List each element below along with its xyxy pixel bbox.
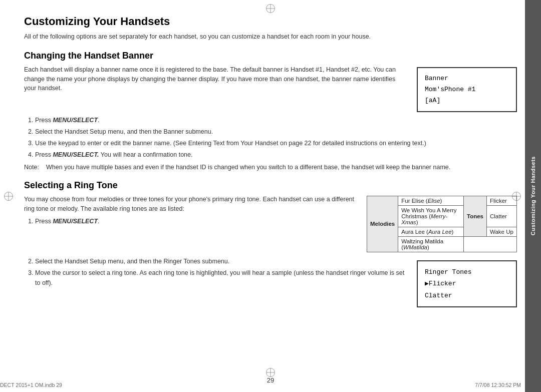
ringer-line2: ▶Flicker — [425, 278, 509, 289]
bottom-steps: Select the Handset Setup menu, and then … — [24, 256, 407, 291]
bottom-section: Select the Handset Setup menu, and then … — [24, 256, 517, 307]
page-title: Customizing Your Handsets — [24, 15, 517, 28]
banner-section: Each handset will display a banner name … — [24, 65, 517, 112]
footer-right: 7/7/08 12:30:52 PM — [475, 382, 521, 388]
note-block: Note: When you have multiple bases and e… — [24, 163, 517, 172]
ringtone-steps: Press MENU/SELECT. — [24, 216, 357, 226]
tones-table-container: Melodies Fur Elise (Elise) Tones Flicker… — [367, 196, 517, 252]
tone-3: Wake Up — [487, 227, 517, 236]
note-text: When you have multiple bases and even if… — [46, 163, 450, 172]
tones-label: Tones — [463, 196, 486, 236]
page-footer: DECT 2015+1 OM.indb 29 7/7/08 12:30:52 P… — [0, 382, 521, 388]
ringtone-section: You may choose from four melodies or thr… — [24, 195, 517, 252]
note-label: Note: — [24, 163, 42, 172]
page-intro: All of the following options are set sep… — [24, 32, 517, 42]
side-tab-text: Customizing Your Handsets — [530, 156, 536, 235]
empty-cell — [463, 236, 516, 252]
melody-2: We Wish You A Merry Christmas (Merry-Xma… — [398, 205, 464, 227]
ringtone-body: You may choose from four melodies or thr… — [24, 195, 357, 214]
page-container: Customizing Your Handsets Customizing Yo… — [0, 0, 541, 392]
ringtone-steps-2-3: Select the Handset Setup menu, and then … — [24, 256, 407, 288]
main-content: Customizing Your Handsets All of the fol… — [24, 15, 517, 367]
ringer-line3: Clatter — [425, 290, 509, 301]
ringer-display: Ringer Tones ▶Flicker Clatter — [417, 260, 517, 307]
banner-step-4-bold: MENU/SELECT. — [53, 151, 99, 158]
melody-4: Waltzing Matilda (WMatilda) — [398, 236, 464, 252]
banner-display: Banner Mom'sPhone #1 [aA] — [417, 67, 517, 112]
reg-mark-top — [266, 4, 275, 13]
tone-1: Flicker — [487, 196, 517, 205]
melody-3: Aura Lee (Aura Lee) — [398, 227, 464, 236]
banner-line2: Mom'sPhone #1 — [425, 84, 509, 95]
banner-step-3: Use the keypad to enter or edit the bann… — [35, 138, 517, 148]
tone-2: Clatter — [487, 205, 517, 227]
banner-step-1-bold: MENU/SELECT — [53, 117, 98, 124]
melody-1: Fur Elise (Elise) — [398, 196, 464, 205]
reg-mark-bottom — [266, 368, 275, 377]
ringtone-step-3: Move the cursor to select a ring tone. A… — [35, 268, 407, 288]
ringtone-step-2: Select the Handset Setup menu, and then … — [35, 256, 407, 266]
ringtone-step-1-bold: MENU/SELECT — [53, 218, 98, 225]
banner-line1: Banner — [425, 73, 509, 84]
banner-step-4: Press MENU/SELECT. You will hear a confi… — [35, 150, 517, 160]
banner-body: Each handset will display a banner name … — [24, 65, 407, 93]
footer-left: DECT 2015+1 OM.indb 29 — [0, 382, 62, 388]
banner-heading: Changing the Handset Banner — [24, 51, 517, 61]
banner-text: Each handset will display a banner name … — [24, 65, 407, 112]
banner-step-1: Press MENU/SELECT. — [35, 115, 517, 125]
ringtone-step-1: Press MENU/SELECT. — [35, 216, 357, 226]
banner-steps: Press MENU/SELECT. Select the Handset Se… — [24, 115, 517, 160]
ringer-line1: Ringer Tones — [425, 266, 509, 278]
reg-mark-left — [4, 192, 13, 201]
banner-step-2: Select the Handset Setup menu, and then … — [35, 127, 517, 137]
banner-line3: [aA] — [425, 95, 509, 106]
ringtone-text: You may choose from four melodies or thr… — [24, 195, 357, 252]
tones-table: Melodies Fur Elise (Elise) Tones Flicker… — [367, 196, 517, 252]
table-row: Melodies Fur Elise (Elise) Tones Flicker — [367, 196, 517, 205]
ringtone-heading: Selecting a Ring Tone — [24, 180, 517, 191]
melodies-label: Melodies — [367, 196, 398, 252]
side-tab: Customizing Your Handsets — [525, 0, 541, 392]
